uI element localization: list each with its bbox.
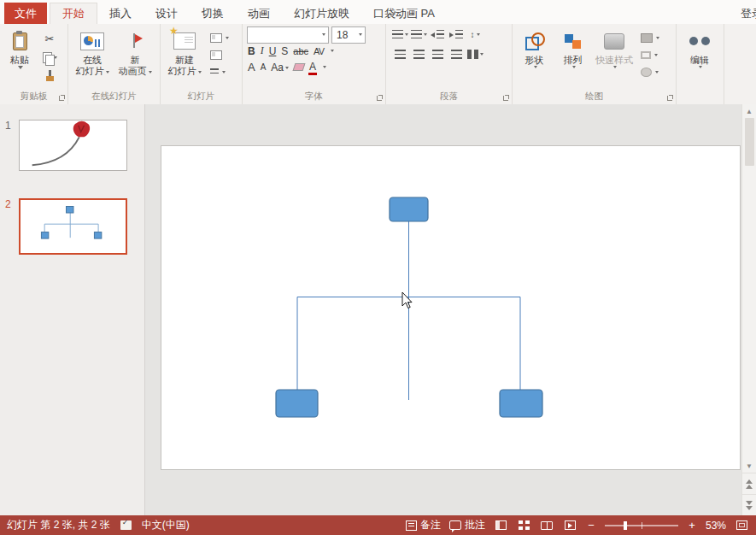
font-dialog-launcher[interactable] [376, 94, 384, 102]
copy-icon [43, 52, 52, 63]
thumbnail-slide-1[interactable] [19, 120, 127, 171]
paragraph-dialog-launcher[interactable] [502, 94, 510, 102]
fit-to-window-button[interactable] [735, 519, 749, 532]
zoom-slider[interactable] [605, 525, 678, 526]
reset-button[interactable] [208, 47, 231, 62]
paste-icon [13, 32, 27, 50]
copy-button[interactable] [39, 49, 60, 66]
tab-insert[interactable]: 插入 [97, 3, 144, 24]
zoom-slider-thumb[interactable] [624, 521, 627, 530]
shape-outline-button[interactable] [639, 47, 661, 62]
comments-button[interactable]: 批注 [449, 518, 485, 532]
title-tab-bar: 文件 开始 插入 设计 切换 动画 幻灯片放映 口袋动画 PA 登录 [0, 0, 756, 24]
justify-button[interactable] [448, 47, 465, 62]
zoom-out-button[interactable]: − [586, 519, 596, 532]
new-slide-button[interactable]: ★ 新建 幻灯片 [163, 26, 206, 91]
org-chart-drawing [161, 146, 740, 469]
sparkle-icon: ★ [169, 26, 179, 37]
file-tab[interactable]: 文件 [4, 3, 47, 24]
font-size-combo[interactable]: 18 [331, 26, 366, 44]
increase-indent-button[interactable] [448, 27, 465, 43]
decrease-indent-button[interactable] [429, 27, 446, 43]
format-painter-button[interactable] [39, 68, 60, 85]
paste-button[interactable]: 粘贴 [3, 26, 37, 91]
ribbon-group-drawing: 形状 排列 快速样式 绘图 [513, 24, 677, 104]
section-button[interactable] [208, 64, 231, 79]
vertical-scrollbar: ▲ ▼ [741, 104, 756, 515]
tab-home[interactable]: 开始 [50, 3, 97, 24]
shape-fill-button[interactable] [639, 30, 661, 45]
scrollbar-thumb[interactable] [745, 118, 754, 166]
tab-design[interactable]: 设计 [144, 3, 190, 24]
slide-sorter-button[interactable] [517, 519, 531, 532]
fit-to-window-icon [736, 520, 747, 530]
next-slide-button[interactable] [742, 494, 756, 515]
tab-pocket-animation-pa[interactable]: 口袋动画 PA [361, 3, 447, 24]
underline-button[interactable]: U [269, 45, 277, 57]
chevron-up-icon [746, 479, 753, 484]
italic-button[interactable]: I [261, 44, 264, 57]
zoom-percent[interactable]: 53% [706, 520, 726, 532]
tab-transitions[interactable]: 切换 [190, 3, 236, 24]
org-chart-preview [21, 200, 126, 253]
paragraph-group-label: 段落 [386, 91, 512, 103]
ribbon-group-font: 18 B I U S abc AV A A Aa A 字体 [243, 24, 386, 104]
arrange-button[interactable]: 排列 [554, 26, 592, 91]
shapes-button[interactable]: 形状 [515, 26, 554, 91]
scissors-icon: ✂ [45, 32, 55, 45]
line-spacing-button[interactable]: ↕ [466, 27, 483, 43]
normal-view-icon [495, 520, 507, 530]
align-center-button[interactable] [410, 47, 427, 62]
paste-label: 粘贴 [10, 55, 29, 66]
language-indicator[interactable]: 中文(中国) [142, 518, 190, 532]
strikethrough-button[interactable]: abc [293, 46, 308, 56]
editing-button[interactable]: 编辑 [679, 26, 720, 68]
reading-view-button[interactable] [540, 519, 554, 532]
font-color-button[interactable]: A [309, 61, 316, 73]
scroll-up-button[interactable]: ▲ [742, 104, 756, 118]
org-chart-right-box[interactable] [500, 390, 542, 417]
bullets-button[interactable] [391, 27, 408, 43]
text-shadow-button[interactable]: S [281, 45, 288, 57]
notes-button[interactable]: 备注 [406, 518, 441, 532]
quick-styles-button[interactable]: 快速样式 [592, 26, 636, 91]
slide-canvas[interactable] [161, 145, 741, 470]
decrease-font-size-button[interactable]: A [261, 62, 267, 72]
align-right-button[interactable] [429, 47, 446, 62]
org-chart-left-box[interactable] [276, 390, 318, 417]
tab-slide-show[interactable]: 幻灯片放映 [282, 3, 361, 24]
font-name-combo[interactable] [247, 26, 329, 44]
editing-area [145, 104, 741, 515]
thumbnail-slide-2[interactable] [19, 198, 127, 255]
numbering-button[interactable] [410, 27, 427, 43]
align-left-button[interactable] [391, 47, 408, 62]
clear-formatting-button[interactable] [293, 63, 306, 71]
org-chart-top-box[interactable] [390, 197, 428, 221]
comments-icon [449, 520, 461, 530]
slideshow-button[interactable] [563, 519, 577, 532]
new-animation-page-button[interactable]: 新 动画页 [114, 26, 156, 91]
change-case-button[interactable]: Aa [271, 62, 289, 73]
normal-view-button[interactable] [494, 519, 508, 532]
columns-button[interactable] [466, 47, 483, 62]
scroll-down-button[interactable]: ▼ [742, 459, 756, 473]
clipboard-dialog-launcher[interactable] [58, 94, 66, 102]
notes-icon [406, 520, 417, 531]
previous-slide-button[interactable] [742, 473, 756, 494]
cut-button[interactable]: ✂ [39, 30, 60, 47]
sign-in-button[interactable]: 登录 [741, 3, 756, 24]
ribbon-group-clipboard: 粘贴 ✂ 剪贴板 [0, 24, 68, 104]
tab-animations[interactable]: 动画 [236, 3, 282, 24]
character-spacing-button[interactable]: AV [314, 46, 324, 56]
increase-font-size-button[interactable]: A [248, 61, 255, 73]
drawing-dialog-launcher[interactable] [666, 94, 674, 102]
tulip-image [20, 121, 126, 170]
online-slides-button[interactable]: 在线 幻灯片 [71, 26, 114, 91]
bold-button[interactable]: B [248, 45, 255, 57]
section-icon [210, 68, 219, 75]
layout-button[interactable] [208, 30, 231, 45]
shape-effects-button[interactable] [639, 64, 661, 79]
binoculars-icon [689, 35, 710, 48]
zoom-in-button[interactable]: + [687, 519, 697, 532]
spell-check-indicator[interactable]: ✓ [120, 520, 132, 530]
